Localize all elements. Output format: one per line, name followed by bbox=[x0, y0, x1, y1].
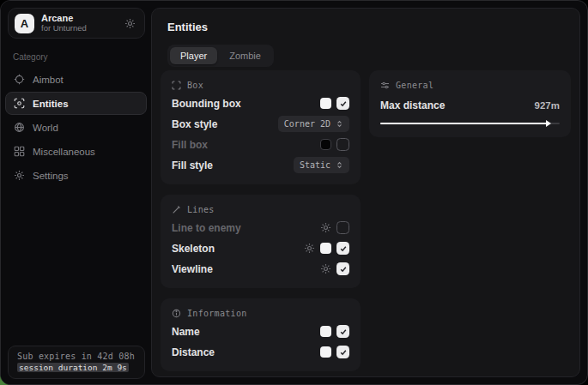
page-title: Entities bbox=[167, 21, 208, 33]
checkbox-unchecked[interactable] bbox=[336, 221, 349, 234]
section-title: Lines bbox=[187, 205, 215, 214]
setting-row-viewline: Viewline bbox=[172, 260, 349, 278]
subscription-info-card: Sub expires in 42d 08h session duration … bbox=[8, 346, 145, 379]
brand-text: Arcane for Unturned bbox=[41, 13, 118, 33]
information-section-header: Information bbox=[172, 309, 349, 318]
gear-icon[interactable] bbox=[124, 18, 136, 29]
app-title: Arcane bbox=[41, 13, 118, 24]
setting-row-distance: Distance bbox=[172, 343, 349, 361]
crosshair-icon bbox=[14, 74, 25, 85]
box-style-dropdown[interactable]: Corner 2D bbox=[278, 116, 349, 132]
lines-section: Lines Line to enemy bbox=[161, 195, 361, 288]
left-column: Box Bounding box Box bbox=[161, 70, 361, 371]
slider-fill-and-thumb[interactable] bbox=[380, 123, 547, 124]
settings-columns: Box Bounding box Box bbox=[161, 70, 571, 371]
setting-label: Viewline bbox=[172, 263, 213, 275]
checkbox-checked[interactable] bbox=[336, 262, 349, 275]
app-window: A Arcane for Unturned Category bbox=[0, 0, 588, 385]
gear-icon[interactable] bbox=[320, 222, 331, 233]
section-title: Box bbox=[187, 81, 203, 90]
setting-label: Line to enemy bbox=[172, 222, 241, 234]
sidebar-item-label: Entities bbox=[33, 99, 69, 109]
setting-label: Bounding box bbox=[172, 98, 241, 110]
session-duration-text: session duration 2m 9s bbox=[17, 363, 136, 372]
checkbox-checked[interactable] bbox=[336, 325, 349, 338]
setting-row-max-distance: Max distance 927m bbox=[380, 96, 560, 114]
fill-style-dropdown[interactable]: Static bbox=[294, 157, 349, 173]
sidebar-item-miscellaneous[interactable]: Miscellaneous bbox=[5, 140, 147, 163]
setting-row-box-style: Box style Corner 2D bbox=[172, 115, 349, 133]
max-distance-slider[interactable] bbox=[380, 120, 560, 127]
tab-zombie[interactable]: Zombie bbox=[219, 47, 271, 64]
dropdown-value: Static bbox=[300, 160, 330, 170]
gear-icon bbox=[14, 170, 25, 181]
sidebar-item-label: Miscellaneous bbox=[33, 147, 95, 157]
checkbox-checked[interactable] bbox=[336, 97, 349, 110]
sidebar: A Arcane for Unturned Category bbox=[1, 1, 151, 384]
app-logo: A bbox=[15, 14, 34, 33]
max-distance-value: 927m bbox=[535, 100, 560, 111]
color-swatch[interactable] bbox=[320, 139, 331, 150]
pencil-line-icon bbox=[172, 205, 181, 214]
right-column: General Max distance 927m bbox=[369, 70, 571, 137]
general-section-header: General bbox=[380, 81, 560, 90]
checkbox-unchecked[interactable] bbox=[336, 138, 349, 151]
setting-row-skeleton: Skeleton bbox=[172, 239, 349, 257]
setting-label: Max distance bbox=[380, 99, 445, 111]
checkbox-checked[interactable] bbox=[336, 242, 349, 255]
lines-section-header: Lines bbox=[172, 205, 349, 214]
main-panel: Entities Player Zombie bbox=[151, 8, 580, 377]
chevrons-up-down-icon bbox=[336, 161, 343, 169]
brand-card: A Arcane for Unturned bbox=[8, 8, 145, 39]
sidebar-nav: Aimbot Entities bbox=[1, 68, 151, 187]
sidebar-item-label: Settings bbox=[33, 171, 69, 181]
tab-player[interactable]: Player bbox=[170, 47, 217, 64]
color-swatch[interactable] bbox=[320, 326, 331, 337]
globe-icon bbox=[14, 122, 25, 133]
sliders-icon bbox=[380, 81, 390, 90]
color-swatch[interactable] bbox=[320, 98, 331, 109]
information-section: Information Name Dis bbox=[161, 298, 361, 371]
setting-row-bounding-box: Bounding box bbox=[172, 94, 349, 112]
chevrons-up-down-icon bbox=[336, 120, 343, 128]
checkbox-checked[interactable] bbox=[336, 346, 349, 358]
sidebar-item-label: Aimbot bbox=[33, 75, 64, 85]
sidebar-item-label: World bbox=[33, 123, 58, 133]
scan-icon bbox=[14, 98, 25, 109]
sidebar-item-world[interactable]: World bbox=[5, 116, 147, 139]
entity-tabs: Player Zombie bbox=[167, 45, 274, 67]
setting-row-line-to-enemy: Line to enemy bbox=[172, 219, 349, 237]
setting-label: Fill style bbox=[172, 159, 213, 171]
dropdown-value: Corner 2D bbox=[284, 119, 330, 129]
sidebar-item-settings[interactable]: Settings bbox=[5, 164, 147, 187]
screen: A Arcane for Unturned Category bbox=[0, 0, 588, 385]
setting-row-fill-box: Fill box bbox=[172, 135, 349, 153]
gear-icon[interactable] bbox=[304, 243, 315, 254]
color-swatch[interactable] bbox=[320, 346, 331, 358]
sub-expiry-text: Sub expires in 42d 08h bbox=[17, 352, 136, 361]
setting-row-fill-style: Fill style Static bbox=[172, 156, 349, 174]
setting-label: Name bbox=[172, 326, 200, 338]
app-subtitle: for Unturned bbox=[41, 24, 118, 33]
section-title: General bbox=[396, 81, 433, 90]
gear-icon[interactable] bbox=[320, 263, 331, 274]
setting-label: Fill box bbox=[172, 139, 208, 151]
setting-label: Distance bbox=[172, 346, 215, 358]
box-section: Box Bounding box Box bbox=[161, 70, 361, 184]
info-icon bbox=[172, 309, 181, 318]
color-swatch[interactable] bbox=[320, 243, 331, 254]
box-section-header: Box bbox=[172, 81, 349, 90]
grid-icon bbox=[14, 146, 25, 157]
setting-row-name: Name bbox=[172, 322, 349, 340]
category-label: Category bbox=[13, 52, 151, 62]
sidebar-item-aimbot[interactable]: Aimbot bbox=[5, 68, 147, 91]
section-title: Information bbox=[187, 309, 247, 318]
corners-icon bbox=[172, 81, 181, 90]
setting-label: Skeleton bbox=[172, 243, 215, 255]
sidebar-item-entities[interactable]: Entities bbox=[5, 92, 147, 115]
setting-label: Box style bbox=[172, 118, 217, 130]
general-section: General Max distance 927m bbox=[369, 70, 571, 137]
